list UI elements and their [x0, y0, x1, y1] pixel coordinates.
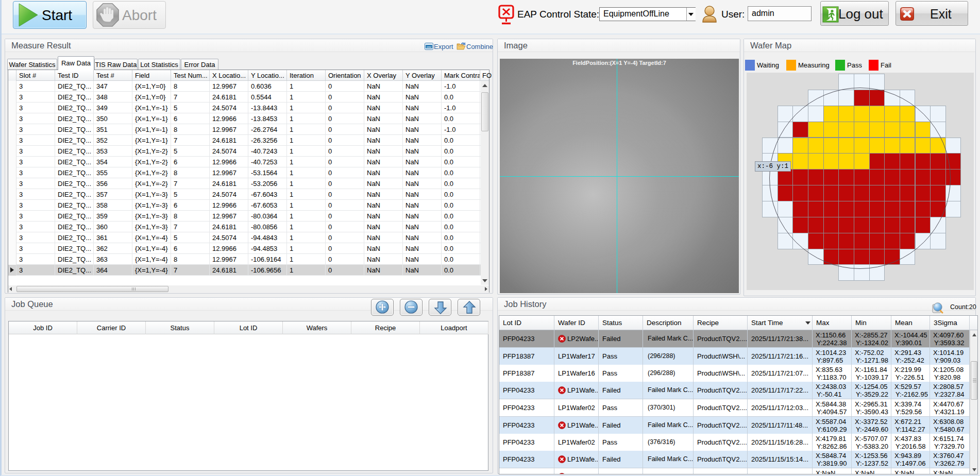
svg-text:csv: csv	[427, 45, 431, 48]
